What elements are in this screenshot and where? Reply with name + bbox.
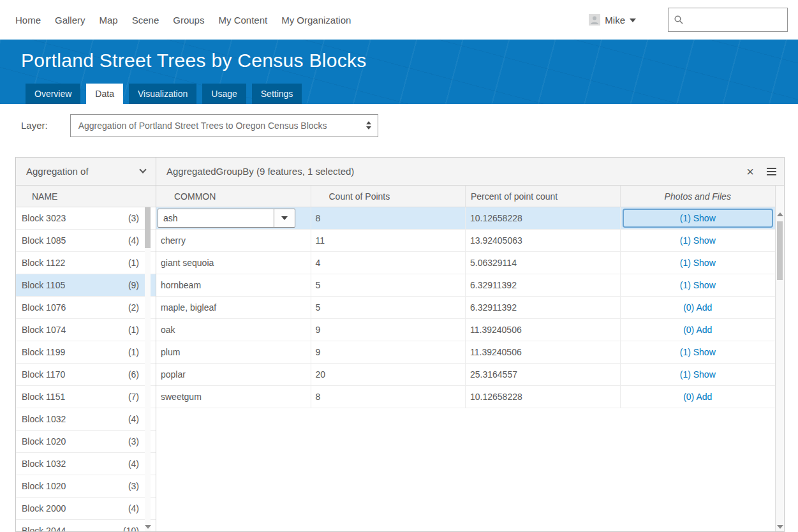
nav-link-gallery[interactable]: Gallery	[55, 15, 85, 26]
scroll-down-arrow-icon[interactable]	[145, 525, 151, 529]
column-header-common[interactable]: COMMON	[156, 186, 311, 207]
photos-cell: (1) Show	[621, 341, 776, 363]
table-row[interactable]: plum911.39240506(1) Show	[156, 341, 775, 364]
nav-link-my-content[interactable]: My Content	[218, 15, 267, 26]
right-scrollbar[interactable]	[775, 186, 784, 531]
feature-count: (3)	[128, 436, 139, 447]
left-table-row[interactable]: Block 1020(3)	[16, 431, 156, 453]
photos-cell: (1) Show	[621, 274, 776, 296]
column-header-photos-and-files[interactable]: Photos and Files	[621, 186, 776, 207]
left-scrollbar[interactable]	[145, 207, 151, 531]
layer-label: Layer:	[21, 120, 48, 131]
feature-count: (1)	[128, 325, 139, 335]
item-header: Portland Street Trees by Census Blocks O…	[0, 40, 798, 104]
user-menu[interactable]: Mike	[589, 14, 636, 26]
right-body: COMMONCount of PointsPercent of point co…	[156, 186, 784, 531]
table-row[interactable]: sweetgum810.12658228(0) Add	[156, 386, 775, 408]
table-row[interactable]: maple, bigleaf56.32911392(0) Add	[156, 297, 775, 319]
photos-link[interactable]: (1) Show	[680, 369, 716, 380]
photos-cell: (1) Show	[621, 230, 776, 251]
left-table-row[interactable]: Block 1085(4)	[16, 230, 156, 252]
left-scrollbar-thumb[interactable]	[145, 207, 151, 248]
photos-link[interactable]: (0) Add	[683, 392, 712, 402]
left-table-selector[interactable]: Aggregation of	[16, 158, 156, 186]
count-value: 5	[316, 280, 321, 290]
photos-link[interactable]: (1) Show	[680, 213, 716, 223]
common-dropdown-button[interactable]	[274, 209, 295, 228]
count-cell: 5	[311, 274, 466, 296]
avatar	[589, 14, 600, 26]
photos-link[interactable]: (0) Add	[683, 302, 712, 313]
left-table-row[interactable]: Block 1199(1)	[16, 341, 156, 364]
left-table-row[interactable]: Block 2044(10)	[16, 520, 156, 531]
count-value: 5	[316, 302, 321, 313]
left-table-row[interactable]: Block 1076(2)	[16, 297, 156, 319]
percent-cell: 11.39240506	[466, 319, 621, 341]
tab-overview[interactable]: Overview	[26, 84, 80, 104]
scroll-down-arrow-icon[interactable]	[777, 525, 783, 529]
page-title: Portland Street Trees by Census Blocks	[21, 40, 798, 71]
right-scrollbar-thumb[interactable]	[777, 221, 783, 280]
photos-cell: (1) Show	[621, 207, 776, 229]
table-row[interactable]: cherry1113.92405063(1) Show	[156, 230, 775, 252]
tab-visualization[interactable]: Visualization	[129, 84, 196, 104]
nav-link-scene[interactable]: Scene	[132, 15, 159, 26]
common-value: hornbeam	[161, 280, 201, 290]
photos-link[interactable]: (1) Show	[680, 347, 716, 357]
tab-usage[interactable]: Usage	[202, 84, 246, 104]
name-column-header[interactable]: NAME	[16, 186, 156, 207]
table-row[interactable]: hornbeam56.32911392(1) Show	[156, 274, 775, 297]
photos-link[interactable]: (1) Show	[680, 235, 716, 246]
left-table-row[interactable]: Block 1105(9)	[16, 274, 156, 297]
photos-link[interactable]: (1) Show	[680, 280, 716, 290]
table-row[interactable]: oak911.39240506(0) Add	[156, 319, 775, 341]
table-row[interactable]: 810.12658228(1) Show	[156, 207, 775, 230]
close-icon[interactable]: ×	[746, 165, 754, 178]
table-row[interactable]: giant sequoia45.06329114(1) Show	[156, 252, 775, 274]
feature-count: (2)	[128, 302, 139, 313]
count-value: 20	[316, 369, 326, 380]
left-table-row[interactable]: Block 1074(1)	[16, 319, 156, 341]
table-row[interactable]: poplar2025.3164557(1) Show	[156, 364, 775, 386]
column-header-count-of-points[interactable]: Count of Points	[311, 186, 466, 207]
photos-cell: (1) Show	[621, 252, 776, 274]
nav-link-map[interactable]: Map	[100, 15, 118, 26]
photos-cell: (0) Add	[621, 386, 776, 408]
left-table-row[interactable]: Block 1122(1)	[16, 252, 156, 274]
tab-settings[interactable]: Settings	[252, 84, 302, 104]
photos-link[interactable]: (1) Show	[680, 258, 716, 268]
left-table-row[interactable]: Block 1170(6)	[16, 364, 156, 386]
common-cell: hornbeam	[156, 274, 311, 296]
block-name: Block 1074	[22, 325, 66, 335]
common-cell: plum	[156, 341, 311, 363]
percent-value: 13.92405063	[470, 235, 522, 246]
menu-icon[interactable]	[767, 168, 776, 175]
percent-cell: 10.12658228	[466, 386, 621, 408]
feature-count: (7)	[128, 392, 139, 402]
search-icon	[674, 15, 684, 25]
left-table-row[interactable]: Block 1020(3)	[16, 475, 156, 498]
scroll-up-arrow-icon[interactable]	[777, 212, 783, 216]
layer-bar: Layer: Aggregation of Portland Street Tr…	[0, 104, 798, 147]
common-value: sweetgum	[161, 392, 202, 402]
left-table-row[interactable]: Block 3023(3)	[16, 207, 156, 230]
block-name: Block 1199	[22, 347, 65, 357]
photos-link[interactable]: (0) Add	[683, 325, 712, 335]
column-header-percent-of-point-count[interactable]: Percent of point count	[466, 186, 621, 207]
right-table-header-icons: ×	[746, 165, 776, 178]
search-box	[668, 8, 788, 32]
tab-data[interactable]: Data	[86, 84, 123, 104]
left-table-row[interactable]: Block 1032(4)	[16, 453, 156, 475]
block-name: Block 1020	[22, 481, 66, 491]
left-table-row[interactable]: Block 1032(4)	[16, 408, 156, 431]
selected-cell-box: (1) Show	[623, 209, 774, 228]
nav-link-groups[interactable]: Groups	[173, 15, 204, 26]
nav-link-home[interactable]: Home	[15, 15, 41, 26]
left-table-row[interactable]: Block 2000(4)	[16, 498, 156, 520]
search-input[interactable]	[688, 15, 782, 25]
layer-select[interactable]: Aggregation of Portland Street Trees to …	[70, 114, 378, 137]
nav-link-my-organization[interactable]: My Organization	[281, 15, 351, 26]
left-table-row[interactable]: Block 1151(7)	[16, 386, 156, 408]
common-edit-input[interactable]	[158, 209, 274, 228]
feature-count: (10)	[123, 526, 139, 531]
